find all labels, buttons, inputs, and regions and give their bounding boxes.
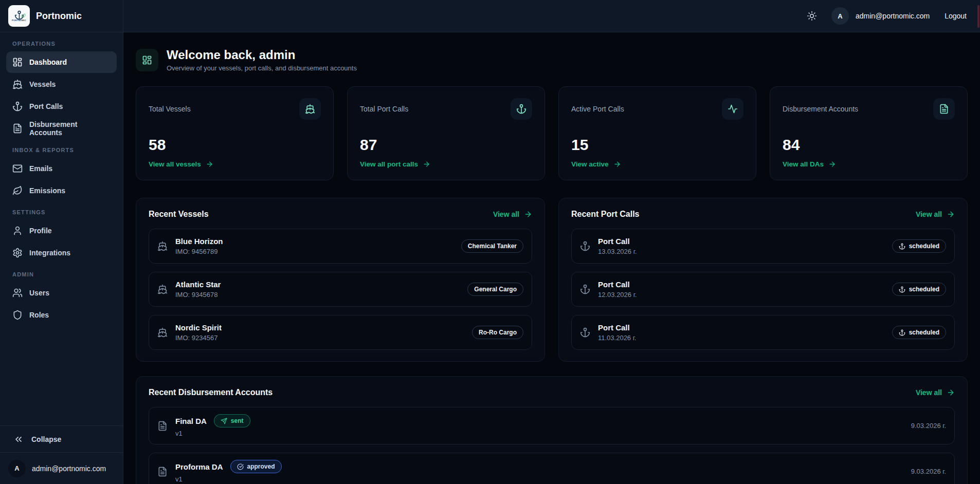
main-area: A admin@portnomic.com Logout Welcome bac… [123, 0, 980, 484]
recent-panels-row: Recent Vessels View all Blue Horizon IMO… [136, 198, 968, 362]
sidebar-item-emails[interactable]: Emails [6, 158, 117, 179]
port-call-row[interactable]: Port Call 13.03.2026 г. scheduled [571, 229, 955, 264]
dashboard-grid-iconbox [136, 49, 158, 71]
portnomic-logo-icon: PORTNOMIC [8, 5, 30, 27]
arrow-right-icon [613, 160, 621, 168]
sidebar-item-vessels[interactable]: Vessels [6, 73, 117, 95]
sidebar-item-label: Emails [29, 164, 52, 173]
sidebar-item-disbursement-accounts[interactable]: Disbursement Accounts [6, 118, 117, 139]
avatar: A [8, 460, 26, 477]
status-badge: scheduled [892, 239, 946, 253]
view-all-label: View all [493, 210, 519, 218]
view-all-label: View all [916, 210, 942, 218]
scrollbar-thumb[interactable] [977, 5, 979, 28]
vessel-type-badge: Chemical Tanker [461, 239, 523, 253]
sidebar-item-label: Roles [29, 311, 49, 319]
status-badge: scheduled [892, 283, 946, 296]
avatar[interactable]: A [831, 7, 849, 25]
theme-toggle-button[interactable] [803, 7, 821, 25]
vessel-row[interactable]: Blue Horizon IMO: 9456789 Chemical Tanke… [149, 229, 532, 264]
layout-dashboard-icon [12, 57, 23, 67]
anchor-icon [580, 241, 590, 251]
ship-icon [157, 327, 168, 338]
anchor-iconbox [511, 98, 532, 120]
vessel-imo: IMO: 9345678 [175, 291, 460, 299]
stat-label: Total Port Calls [360, 105, 408, 113]
recent-port-calls-view-all-link[interactable]: View all [916, 210, 955, 218]
layout-dashboard-icon [142, 55, 152, 65]
stat-link-label: View all vessels [149, 160, 201, 168]
da-version: v1 [175, 475, 903, 483]
activity-iconbox [722, 98, 743, 120]
view-all-vessels-link[interactable]: View all vessels [149, 160, 321, 168]
chevrons-left-icon [13, 434, 24, 444]
port-call-row[interactable]: Port Call 12.03.2026 г. scheduled [571, 272, 955, 307]
status-label: approved [247, 463, 275, 470]
sidebar-item-integrations[interactable]: Integrations [6, 242, 117, 264]
da-row[interactable]: Final DA sent v1 9.03.2026 г. [149, 407, 955, 444]
arrow-right-icon [206, 160, 213, 168]
stat-card-total-vessels: Total Vessels 58 View all vessels [136, 86, 334, 180]
topbar: A admin@portnomic.com Logout [123, 0, 980, 32]
sidebar-item-emissions[interactable]: Emissions [6, 180, 117, 201]
sidebar-item-label: Port Calls [29, 102, 63, 110]
vessel-imo: IMO: 9456789 [175, 248, 453, 255]
topbar-user-email: admin@portnomic.com [856, 12, 930, 20]
sidebar-collapse-button[interactable]: Collapse [0, 425, 123, 452]
status-badge-approved: approved [230, 460, 282, 473]
vessel-row[interactable]: Nordic Spirit IMO: 9234567 Ro-Ro Cargo [149, 315, 532, 350]
stat-value: 87 [360, 136, 532, 154]
user-icon [12, 226, 23, 236]
sidebar-nav: OPERATIONS Dashboard Vessels Port Calls … [0, 32, 123, 425]
welcome-header: Welcome back, admin Overview of your ves… [136, 48, 968, 72]
leaf-accent-icon [21, 13, 26, 18]
gear-icon [12, 248, 23, 258]
ship-icon [12, 79, 23, 89]
sidebar-item-users[interactable]: Users [6, 282, 117, 304]
sidebar-item-port-calls[interactable]: Port Calls [6, 96, 117, 117]
sidebar-item-label: Disbursement Accounts [29, 120, 111, 137]
app-logo[interactable]: PORTNOMIC Portnomic [0, 0, 123, 32]
sidebar-item-profile[interactable]: Profile [6, 220, 117, 241]
user-email: admin@portnomic.com [32, 464, 106, 473]
status-badge: scheduled [892, 326, 946, 339]
sidebar-item-dashboard[interactable]: Dashboard [6, 51, 117, 73]
recent-vessels-view-all-link[interactable]: View all [493, 210, 532, 218]
stat-value: 84 [783, 136, 955, 154]
sidebar-item-label: Integrations [29, 249, 70, 257]
leaf-icon [12, 185, 23, 196]
stats-row: Total Vessels 58 View all vessels Total … [136, 86, 968, 180]
page-title: Welcome back, admin [167, 48, 357, 62]
recent-das-view-all-link[interactable]: View all [916, 388, 955, 397]
view-all-port-calls-link[interactable]: View all port calls [360, 160, 532, 168]
panel-title: Recent Vessels [149, 210, 209, 219]
view-all-das-link[interactable]: View all DAs [783, 160, 955, 168]
logout-button[interactable]: Logout [945, 12, 967, 20]
nav-section-inbox-reports: INBOX & REPORTS [12, 147, 111, 153]
stat-card-total-port-calls: Total Port Calls 87 View all port calls [347, 86, 545, 180]
anchor-icon [516, 104, 527, 114]
status-label: scheduled [909, 243, 939, 250]
anchor-icon [580, 327, 590, 338]
file-text-icon [939, 104, 949, 114]
sidebar-item-label: Vessels [29, 80, 56, 88]
port-call-name: Port Call [598, 280, 884, 289]
anchor-icon [580, 284, 590, 294]
port-call-date: 13.03.2026 г. [598, 248, 884, 255]
view-active-link[interactable]: View active [571, 160, 743, 168]
sidebar-item-roles[interactable]: Roles [6, 304, 117, 326]
sidebar: PORTNOMIC Portnomic OPERATIONS Dashboard… [0, 0, 123, 484]
stat-value: 58 [149, 136, 321, 154]
file-text-icon [157, 421, 168, 431]
port-call-row[interactable]: Port Call 11.03.2026 г. scheduled [571, 315, 955, 350]
vessel-row[interactable]: Atlantic Star IMO: 9345678 General Cargo [149, 272, 532, 307]
recent-das-panel: Recent Disbursement Accounts View all Fi… [136, 376, 968, 484]
sidebar-user-info: A admin@portnomic.com [0, 452, 123, 484]
stat-label: Disbursement Accounts [783, 105, 858, 113]
mail-icon [12, 163, 23, 174]
da-date: 9.03.2026 г. [911, 468, 946, 475]
ship-icon [157, 241, 168, 251]
da-row[interactable]: Proforma DA approved v1 9.03.2026 г. [149, 453, 955, 484]
stat-link-label: View active [571, 160, 609, 168]
vessel-imo: IMO: 9234567 [175, 334, 464, 342]
